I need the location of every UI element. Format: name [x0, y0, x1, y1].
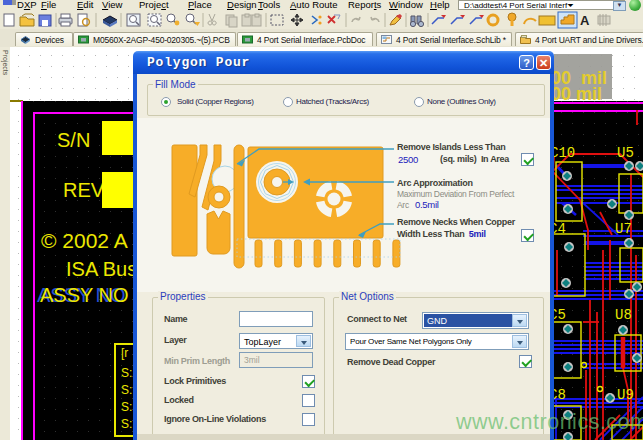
svg-text:U5: U5 [617, 145, 634, 161]
svg-text:C8: C8 [554, 387, 566, 403]
svg-text:C4: C4 [554, 221, 566, 237]
svg-text:U9: U9 [617, 387, 634, 403]
svg-text:U7: U7 [615, 221, 632, 237]
svg-text:A: A [580, 13, 590, 28]
svg-text:C10: C10 [554, 145, 575, 161]
svg-text:C5: C5 [554, 307, 566, 323]
svg-text:U8: U8 [615, 307, 632, 323]
